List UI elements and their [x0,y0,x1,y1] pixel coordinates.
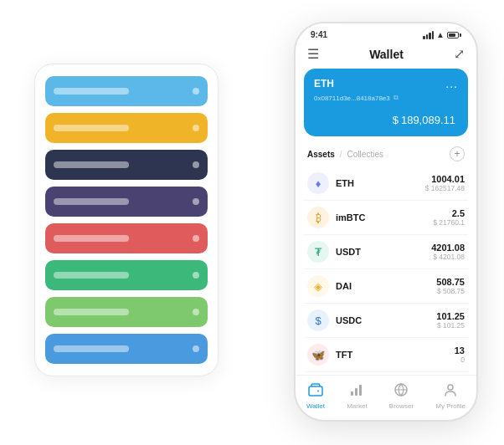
svg-rect-3 [359,385,362,396]
eth-balance: $189,089.11 [314,109,458,128]
asset-usd: $ 21760.1 [433,218,465,227]
asset-icon-eth: ♦ [307,172,329,194]
asset-icon-usdt: ₮ [307,241,329,263]
wallet-card-item[interactable] [45,187,208,217]
nav-icon-market [349,382,364,401]
wallet-card-item[interactable] [45,334,208,364]
phone: 9:41 ▲ ☰ [294,22,478,422]
battery-icon [447,32,461,38]
nav-label-wallet: Wallet [306,402,325,410]
asset-usd: $ 162517.48 [425,184,465,192]
header-title: Wallet [369,48,404,61]
eth-card-header: ETH ... [314,77,458,90]
phone-header: ☰ Wallet ⤢ [296,43,476,69]
asset-name: imBTC [336,212,433,222]
asset-usd: 0 [455,355,465,364]
asset-amount: 101.25 [436,311,465,321]
asset-name: DAI [336,281,436,291]
svg-rect-2 [355,388,357,396]
wallet-card-item[interactable] [45,113,208,143]
asset-row[interactable]: ₿ imBTC 2.5 $ 21760.1 [304,201,468,235]
nav-item-browser[interactable]: Browser [389,382,414,410]
copy-icon[interactable]: ⧉ [393,94,399,102]
asset-row[interactable]: ♦ ETH 1004.01 $ 162517.48 [304,166,468,201]
asset-amount: 4201.08 [431,243,465,253]
asset-usd: $ 101.25 [436,321,465,330]
svg-rect-1 [351,391,353,396]
status-icons: ▲ [423,30,461,39]
asset-list: ♦ ETH 1004.01 $ 162517.48 ₿ imBTC 2.5 $ … [296,166,476,375]
wallet-card-item[interactable] [45,223,208,253]
asset-row[interactable]: $ USDC 101.25 $ 101.25 [304,304,468,338]
asset-amounts: 4201.08 $ 4201.08 [431,243,465,261]
nav-icon-my-profile [443,382,458,401]
signal-icon [423,31,434,39]
status-time: 9:41 [311,30,327,39]
eth-menu-dots[interactable]: ... [445,77,458,90]
menu-icon[interactable]: ☰ [307,46,319,62]
eth-label: ETH [314,78,334,90]
asset-name: USDT [336,247,431,257]
asset-icon-imbtc: ₿ [307,207,329,228]
asset-name: USDC [336,315,436,325]
asset-amounts: 1004.01 $ 162517.48 [425,174,465,192]
eth-card[interactable]: ETH ... 0x08711d3e...8418a78e3 ⧉ $189,08… [304,69,468,136]
asset-amounts: 13 0 [455,345,465,364]
nav-item-market[interactable]: Market [347,382,367,410]
asset-amount: 1004.01 [425,174,465,184]
asset-icon-tft: 🦋 [307,344,329,366]
status-bar: 9:41 ▲ [296,23,476,43]
svg-point-6 [448,385,453,390]
wallet-card-item[interactable] [45,297,208,327]
asset-amounts: 2.5 $ 21760.1 [433,208,465,227]
bottom-nav: WalletMarketBrowserMy Profile [296,375,476,420]
nav-icon-wallet [308,382,323,401]
asset-icon-usdc: $ [307,309,329,331]
nav-item-wallet[interactable]: Wallet [306,382,325,410]
expand-icon[interactable]: ⤢ [454,46,465,62]
asset-amounts: 508.75 $ 508.75 [436,277,465,295]
assets-header: Assets / Collecties + [296,143,476,166]
wallet-card-item[interactable] [45,150,208,180]
asset-row[interactable]: ◈ DAI 508.75 $ 508.75 [304,269,468,304]
asset-usd: $ 508.75 [436,287,465,295]
asset-icon-dai: ◈ [307,275,329,297]
nav-label-market: Market [347,402,367,410]
nav-item-my-profile[interactable]: My Profile [435,382,465,410]
nav-label-browser: Browser [389,402,414,410]
asset-usd: $ 4201.08 [431,253,465,261]
eth-address: 0x08711d3e...8418a78e3 ⧉ [314,94,458,102]
tab-assets[interactable]: Assets [307,150,335,159]
nav-label-my-profile: My Profile [435,402,465,410]
add-asset-button[interactable]: + [450,146,465,161]
asset-name: TFT [336,350,455,360]
asset-amount: 508.75 [436,277,465,287]
nav-icon-browser [393,382,409,401]
asset-amount: 2.5 [433,208,465,218]
asset-name: ETH [336,178,425,188]
asset-row[interactable]: ₮ USDT 4201.08 $ 4201.08 [304,235,468,269]
card-stack [34,64,219,376]
wifi-icon: ▲ [436,30,445,39]
tab-collecties[interactable]: Collecties [347,150,383,159]
asset-amounts: 101.25 $ 101.25 [436,311,465,330]
asset-amount: 13 [455,345,465,355]
asset-row[interactable]: 🦋 TFT 13 0 [304,338,468,372]
wallet-card-item[interactable] [45,76,208,106]
svg-rect-0 [309,386,322,396]
scene: 9:41 ▲ ☰ [18,13,486,432]
assets-tabs: Assets / Collecties [307,150,383,159]
wallet-card-item[interactable] [45,260,208,290]
